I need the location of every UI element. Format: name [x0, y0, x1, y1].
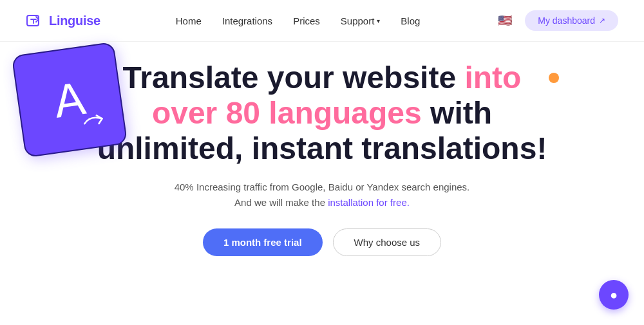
logo-text: Linguise	[49, 14, 100, 28]
nav-blog[interactable]: Blog	[401, 15, 420, 26]
chat-icon: ●	[610, 288, 618, 302]
orange-dot-decoration	[549, 73, 559, 83]
hero-buttons: 1 month free trial Why choose us	[203, 228, 441, 256]
installation-link[interactable]: installation for free.	[328, 197, 410, 208]
external-link-icon: ↗	[599, 16, 605, 25]
chevron-down-icon: ▾	[377, 17, 380, 24]
why-choose-us-button[interactable]: Why choose us	[333, 228, 442, 256]
nav-links: Home Integrations Prices Support ▾ Blog	[176, 15, 421, 26]
nav-home[interactable]: Home	[176, 15, 202, 26]
logo[interactable]: Linguise	[26, 12, 100, 30]
nav-support[interactable]: Support ▾	[341, 15, 381, 26]
dashboard-button[interactable]: My dashboard ↗	[525, 10, 618, 31]
nav-prices[interactable]: Prices	[293, 15, 320, 26]
language-flag-icon[interactable]: 🇺🇸	[495, 14, 515, 27]
nav-integrations[interactable]: Integrations	[222, 15, 272, 26]
translate-card-illustration: A	[12, 42, 128, 158]
hero-section: A Translate your website into over 80 la…	[0, 42, 644, 256]
hero-subtitle: 40% Increasing traffic from Google, Baid…	[175, 180, 470, 210]
nav-right: 🇺🇸 My dashboard ↗	[495, 10, 618, 31]
chat-bubble-button[interactable]: ●	[599, 280, 629, 310]
hero-title: Translate your website into over 80 lang…	[90, 60, 554, 167]
free-trial-button[interactable]: 1 month free trial	[203, 228, 323, 256]
navbar: Linguise Home Integrations Prices Suppor…	[0, 0, 644, 42]
